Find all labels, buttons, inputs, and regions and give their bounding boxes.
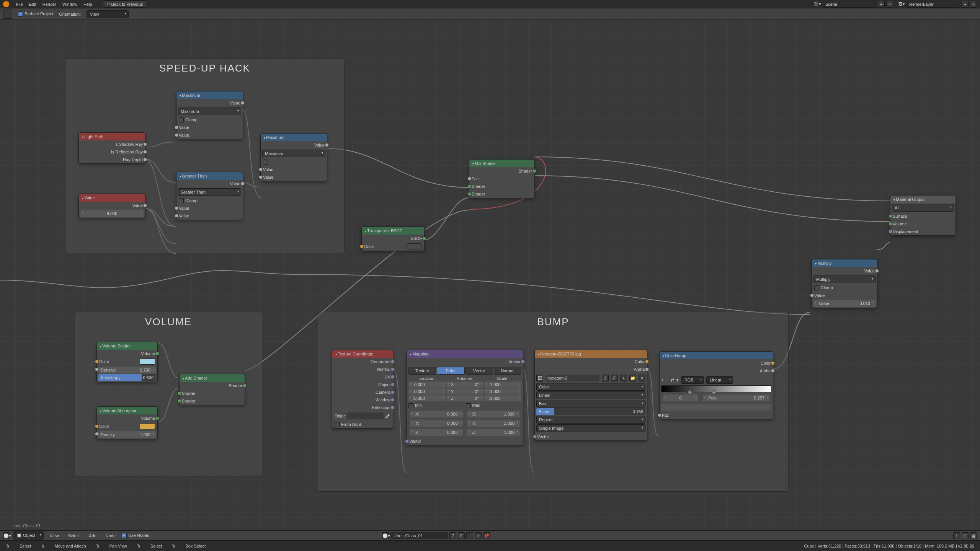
mode-dropdown[interactable]: Maximum xyxy=(178,108,241,115)
node-light-path[interactable]: Light Path Is Shadow Ray Is Reflection R… xyxy=(78,132,145,164)
object-field[interactable] xyxy=(347,412,384,419)
menu-file[interactable]: File xyxy=(13,2,26,7)
node-volume-absorption[interactable]: Volume Absorption Volume Color Density:1… xyxy=(96,406,158,439)
material-browse-icon[interactable]: ⚪▾ xyxy=(382,532,389,539)
node-header[interactable]: Transparent BSDF xyxy=(362,227,424,235)
scene-icon[interactable]: 🎬▾ xyxy=(813,2,821,7)
menu-render[interactable]: Render xyxy=(39,2,59,7)
material-name-field[interactable]: Uber_Glass_01 xyxy=(390,532,448,539)
dupli-checkbox[interactable] xyxy=(335,422,340,427)
tab-texture[interactable]: Texture xyxy=(408,367,436,375)
stop-index[interactable]: 0 xyxy=(663,395,698,401)
menu-node[interactable]: Node xyxy=(103,533,119,538)
fake-user-button[interactable]: F xyxy=(458,532,465,539)
gradient-bar[interactable] xyxy=(661,385,771,392)
stop-position[interactable]: Pos:0.257 xyxy=(703,395,770,401)
node-header[interactable]: hexagon-2822770.jpg xyxy=(535,350,647,358)
mode-dropdown[interactable]: Greater Than xyxy=(178,188,241,196)
node-header[interactable]: Texture Coordinate xyxy=(332,350,393,358)
menu-help[interactable]: Help xyxy=(80,2,95,7)
node-header[interactable]: Add Shader xyxy=(180,374,245,382)
image-browse-icon[interactable]: 🖼 xyxy=(536,375,543,381)
mode-dropdown[interactable]: 🔲 Object xyxy=(13,531,44,540)
node-maximum-2[interactable]: Maximum Value Maximum Value Value xyxy=(260,133,327,181)
tools-icon[interactable]: ▾ xyxy=(676,378,679,383)
orientation-dropdown[interactable]: View xyxy=(87,10,129,18)
node-header[interactable]: Light Path xyxy=(79,133,145,140)
use-nodes-toggle[interactable]: Use Nodes xyxy=(122,533,149,538)
backdrop-icon[interactable]: ▦ xyxy=(970,532,977,539)
material-users[interactable]: 7 xyxy=(449,532,456,539)
add-stop-icon[interactable]: + xyxy=(661,378,663,382)
color-swatch[interactable] xyxy=(407,243,422,249)
node-multiply[interactable]: Multiply Value Multiply Clamp Value Valu… xyxy=(812,259,877,308)
clamp-checkbox[interactable] xyxy=(179,198,184,203)
editor-type-icon[interactable]: ⚪▾ xyxy=(3,532,10,539)
color-swatch[interactable] xyxy=(140,359,155,365)
node-value[interactable]: Value Value 8.000 xyxy=(78,194,145,218)
node-volume-scatter[interactable]: Volume Scatter Volume Color Density:0.70… xyxy=(96,342,158,382)
node-greater-than[interactable]: Greater Than Value Greater Than Clamp Va… xyxy=(176,172,243,220)
projection-dropdown[interactable]: Box xyxy=(536,400,645,408)
source-dropdown[interactable]: Single Image xyxy=(536,424,645,432)
node-header[interactable]: Maximum xyxy=(261,134,327,141)
layer-field[interactable]: RenderLayer xyxy=(906,1,960,8)
colorspace-dropdown[interactable]: Color xyxy=(536,383,645,391)
menu-select[interactable]: Select xyxy=(65,533,83,538)
layer-del-button[interactable]: × xyxy=(970,1,977,8)
value-field[interactable]: Value:0.010 xyxy=(813,300,875,307)
node-material-output[interactable]: Material Output All Surface Volume Displ… xyxy=(890,195,956,236)
density-field[interactable]: Density:0.700 xyxy=(98,367,156,373)
node-mapping[interactable]: Mapping Vector Texture Point Vector Norm… xyxy=(407,350,523,445)
max-toggle[interactable]: Max xyxy=(466,403,522,408)
scene-add-button[interactable]: + xyxy=(878,1,885,8)
stop-color-swatch[interactable] xyxy=(661,404,771,411)
interpolation-dropdown[interactable]: Linear xyxy=(536,391,645,399)
node-header[interactable]: Multiply xyxy=(812,259,877,267)
min-toggle[interactable]: Min xyxy=(408,403,464,408)
node-add-shader[interactable]: Add Shader Shader Shader Shader xyxy=(179,374,245,405)
new-material-button[interactable]: + xyxy=(466,532,473,539)
eyedropper-icon[interactable]: 💉 xyxy=(385,414,390,419)
menu-view[interactable]: View xyxy=(47,533,62,538)
node-header[interactable]: Mapping xyxy=(407,350,523,358)
blend-field[interactable]: Blend:0.166 xyxy=(536,408,645,415)
node-header[interactable]: ColorRamp xyxy=(660,352,773,359)
node-header[interactable]: Volume Scatter xyxy=(97,342,157,350)
density-field[interactable]: Density:1.000 xyxy=(98,431,156,438)
scene-del-button[interactable]: × xyxy=(886,1,893,8)
flip-icon[interactable]: ⇄ xyxy=(671,378,674,383)
node-texture-coordinate[interactable]: Texture Coordinate Generated Normal UV O… xyxy=(332,350,393,429)
back-button[interactable]: ↩Back to Previous xyxy=(103,0,147,8)
unlink-material-button[interactable]: × xyxy=(475,532,482,539)
node-image-texture[interactable]: hexagon-2822770.jpg Color Alpha 🖼 hexago… xyxy=(534,350,647,441)
open-image-button[interactable]: 📁 xyxy=(629,375,636,381)
anisotropy-field[interactable]: Anisotropy:0.500 xyxy=(98,374,156,381)
pin-icon[interactable]: 📌 xyxy=(483,532,490,539)
layer-add-button[interactable]: + xyxy=(962,1,969,8)
node-header[interactable]: Volume Absorption xyxy=(97,407,157,414)
clamp-checkbox[interactable] xyxy=(814,285,819,290)
layer-icon[interactable]: 🖼▾ xyxy=(898,2,905,7)
clamp-checkbox[interactable] xyxy=(263,160,268,165)
node-header[interactable]: Maximum xyxy=(176,91,243,99)
cursor-icon[interactable] xyxy=(3,10,12,19)
fake-user-button[interactable]: F xyxy=(611,375,618,381)
colormode-dropdown[interactable]: RGB xyxy=(681,376,704,384)
menu-edit[interactable]: Edit xyxy=(26,2,39,7)
node-editor-canvas[interactable]: SPEED-UP HACK VOLUME BUMP Light Path Is … xyxy=(0,20,980,532)
overlay-icon[interactable]: ⊞ xyxy=(962,532,969,539)
surface-project-toggle[interactable]: Surface Project xyxy=(18,11,53,17)
menu-add[interactable]: Add xyxy=(86,533,100,538)
menu-window[interactable]: Window xyxy=(59,2,80,7)
node-header[interactable]: Material Output xyxy=(890,196,956,203)
color-swatch[interactable] xyxy=(140,423,155,429)
image-name-field[interactable]: hexagon-2.. xyxy=(546,375,599,381)
node-transparent-bsdf[interactable]: Transparent BSDF BSDF Color xyxy=(361,227,425,251)
extension-dropdown[interactable]: Repeat xyxy=(536,416,645,424)
tab-point[interactable]: Point xyxy=(437,367,464,375)
snap-icon[interactable]: ⟟ xyxy=(953,532,960,539)
interp-dropdown[interactable]: Linear xyxy=(706,376,733,384)
image-users[interactable]: 3 xyxy=(602,375,609,381)
node-header[interactable]: Mix Shader xyxy=(469,160,534,167)
